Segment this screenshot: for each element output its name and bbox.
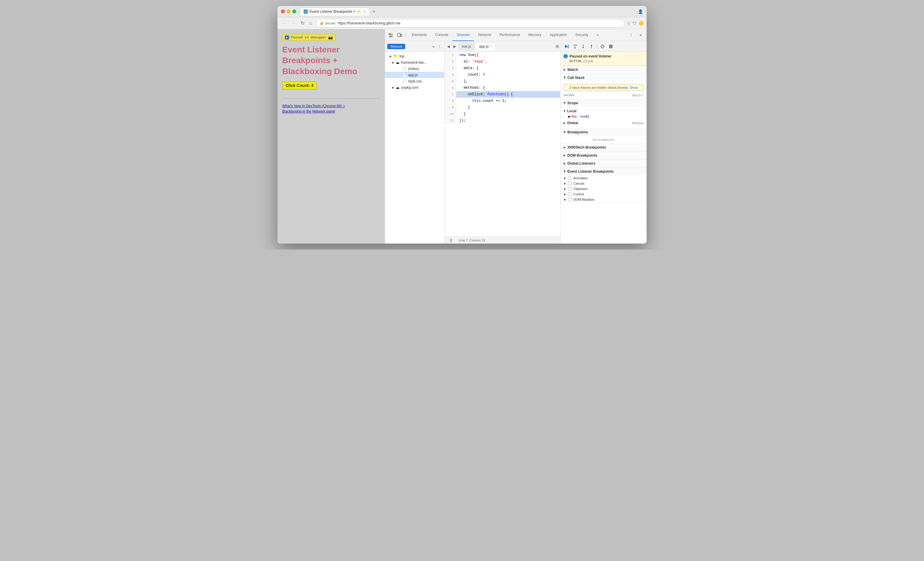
callstack-warning: 3 stack frames are hidden (black-boxed).… xyxy=(564,84,644,91)
file-icon: 📄 xyxy=(402,66,406,71)
editor-tab-appjs[interactable]: app.js × xyxy=(475,42,496,51)
devtools-toolbar: Elements Console Sources Network Perform… xyxy=(385,29,646,41)
el-bp-animation[interactable]: ▶ Animation xyxy=(561,176,646,181)
blackboxing-link[interactable]: Blackboxing in the Network panel xyxy=(282,109,380,114)
tree-item-stylecss[interactable]: 📄 style.css xyxy=(385,78,444,84)
whats-new-link[interactable]: What's New In DevTools (Chrome 66) > xyxy=(282,104,380,109)
pause-on-exceptions-button[interactable] xyxy=(607,43,614,50)
devtools-settings-button[interactable]: ⋮ xyxy=(627,31,635,39)
tree-item-appjs[interactable]: 📄 app.js xyxy=(385,72,444,78)
tab-security[interactable]: Security xyxy=(571,29,592,41)
line-code: methods: { xyxy=(456,85,486,91)
tab-elements[interactable]: Elements xyxy=(408,29,431,41)
format-button[interactable]: ⊞ xyxy=(555,44,559,49)
editor-forward-button[interactable]: ▶ xyxy=(452,44,458,50)
pretty-print-button[interactable]: {} xyxy=(447,236,455,244)
sidebar-more-button[interactable]: » xyxy=(432,44,435,49)
deactivate-breakpoints-button[interactable] xyxy=(599,43,606,50)
home-button[interactable]: ⌂ xyxy=(308,20,314,27)
event-listener-bp-label: Event Listener Breakpoints xyxy=(567,170,614,174)
step-into-button[interactable] xyxy=(580,43,587,50)
callstack-show-link[interactable]: Show xyxy=(630,86,638,89)
inspect-element-button[interactable] xyxy=(387,31,395,39)
tab-close-button[interactable]: × xyxy=(364,10,366,14)
click-count-badge[interactable]: Click Count: 4 xyxy=(282,82,317,89)
tab-sources[interactable]: Sources xyxy=(453,29,474,41)
minimize-button[interactable] xyxy=(286,9,291,14)
animation-checkbox[interactable] xyxy=(568,176,572,180)
editor-tab-vuejs[interactable]: vue.js xyxy=(458,42,474,51)
tab-performance[interactable]: Performance xyxy=(495,29,524,41)
step-out-button[interactable] xyxy=(588,43,595,50)
dom-breakpoints-header[interactable]: ▶ DOM Breakpoints xyxy=(561,152,646,159)
line-number: 9 xyxy=(444,104,456,111)
callstack-header[interactable]: ▶ Call Stack xyxy=(561,74,646,82)
global-listeners-header[interactable]: ▶ Global Listeners xyxy=(561,160,646,167)
tree-item-unpkg[interactable]: ▶ ☁ unpkg.com xyxy=(385,84,444,90)
sidebar-tab-network[interactable]: Network xyxy=(387,44,405,49)
scope-global-row[interactable]: ▶ Global Window xyxy=(564,119,644,127)
line-number: 8 xyxy=(444,98,456,104)
extension-icon-1[interactable]: 🛡 xyxy=(633,21,637,26)
control-checkbox[interactable] xyxy=(568,192,572,196)
url-text: https://framework-blackboxing.glitch.me xyxy=(338,21,400,25)
el-bp-control[interactable]: ▶ Control xyxy=(561,192,646,197)
expand-icon: ▶ xyxy=(390,55,392,58)
callstack-item[interactable]: onClick app.js:7 xyxy=(564,92,644,98)
code-line-6: 6 methods: { xyxy=(444,85,560,91)
clipboard-checkbox[interactable] xyxy=(568,187,572,190)
device-toggle-button[interactable] xyxy=(396,31,404,39)
line-number: 7 xyxy=(444,91,456,98)
resume-button[interactable] xyxy=(563,43,570,50)
el-bp-canvas[interactable]: ▶ Canvas xyxy=(561,181,646,186)
step-over-button[interactable] xyxy=(571,43,578,50)
address-input[interactable]: 🔒 Secure https://framework-blackboxing.g… xyxy=(316,19,624,27)
sources-sidebar: Network » ⋮ ▶ 📁 top xyxy=(385,41,444,244)
tab-application[interactable]: Application xyxy=(545,29,571,41)
scope-local-header[interactable]: ▶ Local xyxy=(564,108,644,114)
breakpoints-label: Breakpoints xyxy=(567,130,588,134)
svg-marker-11 xyxy=(574,48,576,49)
tab-console[interactable]: Console xyxy=(431,29,453,41)
paused-subtitle: BUTTON.click xyxy=(570,59,644,63)
window-controls: 👤 xyxy=(638,9,643,14)
tree-item-index[interactable]: 📄 (index) xyxy=(385,66,444,72)
devtools-close-button[interactable]: × xyxy=(636,31,645,39)
svg-rect-18 xyxy=(609,45,610,48)
code-editor[interactable]: 1 new Vue({ 2 el: '#app', 3 data: { xyxy=(444,52,560,236)
more-tabs-button[interactable]: » xyxy=(592,29,603,41)
breakpoints-header[interactable]: ▶ Breakpoints xyxy=(561,128,646,136)
el-bp-clipboard[interactable]: ▶ Clipboard xyxy=(561,186,646,192)
line-number: 10 xyxy=(444,111,456,117)
tree-item-framework[interactable]: ▶ ☁ framework-bla… xyxy=(385,59,444,66)
canvas-checkbox[interactable] xyxy=(568,182,572,185)
line-number: 1 xyxy=(444,52,456,58)
code-line-9: 9 } xyxy=(444,104,560,111)
tab-memory[interactable]: Memory xyxy=(524,29,545,41)
editor-tab-close-button[interactable]: × xyxy=(490,45,492,48)
scope-content: ▶ Local ▶ this : Vue$3 xyxy=(561,107,646,128)
close-button[interactable] xyxy=(281,9,285,14)
browser-tab[interactable]: G Event Listener Breakpoints + ⚡ × xyxy=(300,8,370,16)
scope-header[interactable]: ▶ Scope xyxy=(561,99,646,107)
extension-icon-2[interactable]: 🟡 xyxy=(639,21,644,26)
back-button[interactable]: ← xyxy=(280,20,288,27)
el-bp-dom-mutation[interactable]: ▶ DOM Mutation xyxy=(561,197,646,202)
editor-back-button[interactable]: ◀ xyxy=(446,44,451,50)
bookmark-icon[interactable]: ☆ xyxy=(627,21,631,26)
event-listener-bp-header[interactable]: ▶ Event Listener Breakpoints xyxy=(561,168,646,176)
tab-network[interactable]: Network xyxy=(474,29,495,41)
tree-item-top[interactable]: ▶ 📁 top xyxy=(385,53,444,59)
maximize-button[interactable] xyxy=(292,9,296,14)
watch-header[interactable]: ▶ Watch xyxy=(561,66,646,74)
sidebar-options-button[interactable]: ⋮ xyxy=(438,44,442,49)
dom-mutation-checkbox[interactable] xyxy=(568,198,572,201)
xhr-breakpoints-header[interactable]: ▶ XHR/fetch Breakpoints xyxy=(561,144,646,151)
refresh-button[interactable]: ↻ xyxy=(300,19,306,27)
tab-title: Event Listener Breakpoints + ⚡ xyxy=(310,9,361,14)
forward-button[interactable]: → xyxy=(290,20,297,27)
event-listener-expand-icon: ▶ xyxy=(563,171,566,173)
control-expand-icon: ▶ xyxy=(564,193,566,196)
new-tab-button[interactable]: + xyxy=(371,9,377,14)
line-number: 11 xyxy=(444,117,456,124)
